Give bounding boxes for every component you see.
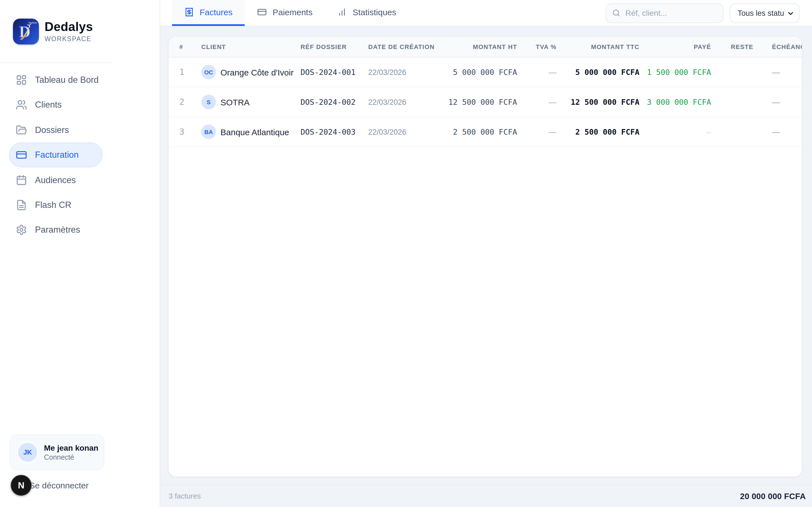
paye-cell: – (646, 117, 718, 147)
date-cell: 22/03/2026 (361, 87, 446, 117)
column-header: CLIENT (198, 37, 294, 57)
sidebar: D Dedalys Dedalys WORKSPACE Tableau de B… (0, 0, 160, 507)
svg-text:Dedalys: Dedalys (29, 21, 37, 24)
tva-cell: — (525, 117, 564, 147)
app-title: Dedalys (45, 20, 93, 34)
ht-cell: 5 000 000 FCFA (446, 57, 525, 87)
sidebar-item-tableau-de-bord[interactable]: Tableau de Bord (9, 68, 103, 93)
logo: D Dedalys Dedalys WORKSPACE (0, 0, 160, 62)
search-input[interactable] (606, 3, 723, 23)
tab-statistiques[interactable]: Statistiques (325, 0, 409, 26)
ttc-cell: 12 500 000 FCFA (564, 87, 646, 117)
logout-label: Se déconnecter (29, 480, 89, 490)
ref-cell: DOS-2024-002 (294, 87, 361, 117)
table-row[interactable]: 2SSOTRADOS-2024-00222/03/202612 500 000 … (168, 87, 802, 117)
user-name: Me jean konan (44, 443, 98, 453)
sidebar-item-audiences[interactable]: Audiences (9, 168, 103, 192)
calendar-icon (16, 174, 27, 186)
credit-card-icon (16, 149, 27, 161)
user-avatar: JK (17, 442, 38, 463)
echeance-cell: — (760, 57, 802, 87)
users-icon (16, 100, 27, 111)
svg-text:D: D (19, 23, 31, 40)
column-header: # (168, 37, 198, 57)
tab-bar: FacturesPaiementsStatistiques (172, 0, 409, 26)
sidebar-item-parametres[interactable]: Paramètres (9, 218, 103, 242)
client-name: SOTRA (220, 97, 250, 107)
echeance-cell: — (760, 117, 802, 147)
column-header: DATE DE CRÉATION (361, 37, 446, 57)
client-avatar: S (201, 95, 216, 109)
topbar: FacturesPaiementsStatistiques Tous les s… (160, 0, 812, 26)
sidebar-item-clients[interactable]: Clients (9, 93, 103, 117)
app-window: D Dedalys Dedalys WORKSPACE Tableau de B… (0, 0, 812, 507)
date-cell: 22/03/2026 (361, 57, 446, 87)
content-area: #CLIENTRÉF DOSSIERDATE DE CRÉATIONMONTAN… (160, 26, 812, 507)
tab-label: Paiements (273, 7, 313, 17)
client-cell: OCOrange Côte d'Ivoire (198, 57, 294, 87)
sidebar-item-label: Flash CR (35, 200, 71, 210)
client-cell: BABanque Atlantique (198, 117, 294, 147)
column-header: RÉF DOSSIER (294, 37, 361, 57)
num-cell: 2 (168, 87, 198, 117)
status-filter: Tous les statuts (730, 3, 800, 23)
client-avatar: BA (201, 124, 216, 139)
ht-cell: 12 500 000 FCFA (446, 87, 525, 117)
gear-icon (16, 224, 27, 236)
grid-icon (16, 74, 27, 86)
column-header: MONTANT HT (446, 37, 525, 57)
tva-cell: — (525, 87, 564, 117)
tab-label: Statistiques (352, 7, 396, 17)
num-cell: 3 (168, 117, 198, 147)
credit-card-icon (257, 7, 267, 17)
tab-paiements[interactable]: Paiements (245, 0, 325, 26)
sidebar-item-label: Dossiers (35, 125, 69, 135)
ref-cell: DOS-2024-003 (294, 117, 361, 147)
table-row[interactable]: 3BABanque AtlantiqueDOS-2024-00322/03/20… (168, 117, 802, 147)
user-card[interactable]: JK Me jean konan Connecté (10, 434, 104, 470)
sidebar-item-label: Facturation (35, 150, 79, 160)
sidebar-item-label: Clients (35, 100, 62, 110)
client-cell: SSOTRA (198, 87, 294, 117)
column-header: RESTE (718, 37, 760, 57)
date-cell: 22/03/2026 (361, 117, 446, 147)
column-header: TVA % (525, 37, 564, 57)
client-name: Banque Atlantique (220, 127, 289, 136)
column-header: MONTANT TTC (564, 37, 646, 57)
ht-cell: 2 500 000 FCFA (446, 117, 525, 147)
sidebar-nav: Tableau de BordClientsDossiersFacturatio… (0, 63, 160, 242)
invoices-table: #CLIENTRÉF DOSSIERDATE DE CRÉATIONMONTAN… (168, 37, 802, 147)
receipt-icon (185, 7, 194, 17)
ttc-cell: 5 000 000 FCFA (564, 57, 646, 87)
sidebar-item-label: Audiences (35, 175, 76, 185)
bar-chart-icon (337, 7, 347, 17)
reste-cell (718, 57, 760, 87)
num-cell: 1 (168, 57, 198, 87)
main-area: FacturesPaiementsStatistiques Tous les s… (160, 0, 812, 507)
sidebar-item-dossiers[interactable]: Dossiers (9, 118, 103, 143)
sidebar-item-facturation[interactable]: Facturation (9, 143, 103, 167)
table-row[interactable]: 1OCOrange Côte d'IvoireDOS-2024-00122/03… (168, 57, 802, 87)
total-amount: 20 000 000 FCFA (740, 492, 806, 501)
file-text-icon (16, 200, 27, 211)
search-box (606, 3, 723, 23)
app-subtitle: WORKSPACE (45, 35, 93, 42)
summary-footer: 3 factures 20 000 000 FCFA (160, 485, 812, 507)
sidebar-item-label: Tableau de Bord (35, 75, 99, 85)
ttc-cell: 2 500 000 FCFA (564, 117, 646, 147)
status-filter-select[interactable]: Tous les statuts (730, 3, 800, 23)
paye-cell: 1 500 000 FCFA (646, 57, 718, 87)
tva-cell: — (525, 57, 564, 87)
echeance-cell: — (760, 87, 802, 117)
folder-open-icon (16, 124, 27, 136)
dedalys-logo-icon: D Dedalys (13, 18, 39, 44)
column-header: ÉCHÉANCE (760, 37, 802, 57)
paye-cell: 3 000 000 FCFA (646, 87, 718, 117)
user-status: Connecté (44, 454, 98, 462)
tab-factures[interactable]: Factures (172, 0, 245, 26)
reste-cell (718, 117, 760, 147)
nextjs-dev-badge[interactable]: N (11, 475, 32, 496)
sidebar-item-flash-cr[interactable]: Flash CR (9, 193, 103, 217)
table-header-row: #CLIENTRÉF DOSSIERDATE DE CRÉATIONMONTAN… (168, 37, 802, 57)
client-name: Orange Côte d'Ivoire (220, 67, 294, 77)
